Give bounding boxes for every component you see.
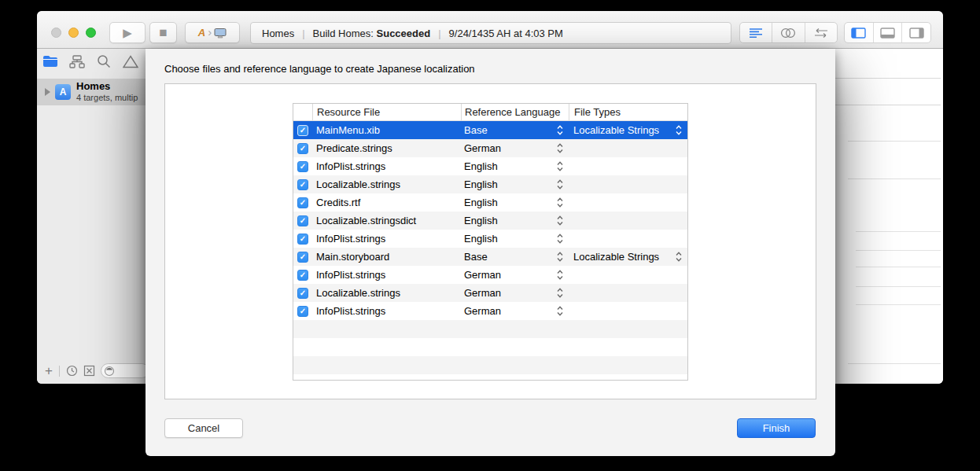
reference-language-popup[interactable]: German: [461, 287, 569, 299]
symbol-navigator-tab[interactable]: [64, 55, 90, 68]
filter-field[interactable]: [101, 363, 149, 378]
clock-icon: [66, 365, 78, 377]
row-checkbox[interactable]: ✓: [297, 234, 308, 245]
play-icon: ▶: [123, 27, 132, 39]
assistant-editor-button[interactable]: [772, 23, 804, 42]
add-button[interactable]: +: [45, 363, 53, 379]
file-types-popup[interactable]: [569, 143, 687, 153]
cancel-button[interactable]: Cancel: [164, 418, 243, 438]
reference-language-value: German: [464, 305, 557, 317]
table-row[interactable]: ✓ Localizable.stringsdict English: [293, 212, 687, 230]
filter-icon: [104, 366, 115, 377]
table-row[interactable]: ✓ Credits.rtf English: [293, 193, 687, 212]
stepper-icon: [557, 234, 563, 244]
reference-language-popup[interactable]: English: [461, 160, 569, 172]
source-control-filter-button[interactable]: [83, 365, 95, 377]
reference-language-value: Base: [464, 124, 557, 136]
standard-editor-button[interactable]: [740, 23, 772, 42]
table-row[interactable]: ✓ MainMenu.xib Base Localizable Strings: [293, 121, 687, 139]
recent-files-filter-button[interactable]: [66, 365, 78, 377]
search-navigator-tab[interactable]: [90, 54, 117, 68]
reference-language-value: English: [464, 178, 557, 190]
reference-language-popup[interactable]: English: [461, 197, 569, 208]
finish-button[interactable]: Finish: [737, 418, 816, 438]
file-types-popup[interactable]: [569, 288, 687, 298]
file-types-popup[interactable]: [569, 179, 687, 190]
table-filler-row: [293, 338, 687, 356]
file-types-column-header: File Types: [569, 104, 687, 120]
localization-table: Resource File Reference Language File Ty…: [293, 103, 688, 381]
zoom-window-button[interactable]: [86, 28, 96, 38]
table-header: Resource File Reference Language File Ty…: [293, 104, 687, 121]
run-button[interactable]: ▶: [109, 22, 146, 43]
stepper-icon: [676, 252, 682, 262]
row-checkbox[interactable]: ✓: [297, 125, 308, 136]
chevron-right-icon: ›: [208, 25, 212, 39]
activity-status-display[interactable]: Homes | Build Homes: Succeeded | 9/24/14…: [250, 22, 731, 44]
standard-editor-icon: [749, 28, 763, 39]
file-types-popup[interactable]: [569, 197, 687, 208]
row-checkbox[interactable]: ✓: [297, 270, 308, 281]
checkbox-column-header: [293, 104, 312, 120]
assistant-editor-icon: [780, 28, 796, 39]
close-window-button[interactable]: [51, 28, 61, 38]
reference-language-popup[interactable]: German: [461, 269, 569, 281]
stepper-icon: [557, 306, 563, 316]
row-checkbox[interactable]: ✓: [297, 197, 308, 208]
disclosure-triangle-icon[interactable]: [45, 88, 50, 96]
row-checkbox[interactable]: ✓: [297, 252, 308, 263]
toggle-navigator-button[interactable]: [845, 23, 873, 42]
reference-language-popup[interactable]: German: [461, 305, 569, 317]
warning-triangle-icon: [123, 55, 138, 68]
filter-bar-divider: [59, 366, 60, 377]
toolbar: ▶ ■ A › Homes | Build Homes: Succeeded |…: [37, 11, 943, 49]
table-row[interactable]: ✓ InfoPlist.strings English: [293, 157, 687, 175]
file-types-popup[interactable]: [569, 270, 687, 280]
stepper-icon: [557, 179, 563, 190]
stop-button[interactable]: ■: [149, 22, 177, 43]
project-name: Homes: [76, 81, 138, 93]
file-types-popup[interactable]: [569, 215, 687, 226]
debug-panel-icon: [880, 28, 895, 39]
toggle-debug-area-button[interactable]: [873, 23, 902, 42]
reference-language-popup[interactable]: English: [461, 178, 569, 190]
table-row[interactable]: ✓ InfoPlist.strings German: [293, 302, 687, 320]
row-checkbox[interactable]: ✓: [297, 179, 308, 190]
version-editor-button[interactable]: [805, 23, 837, 42]
file-types-popup[interactable]: Localizable Strings: [569, 124, 687, 136]
row-checkbox[interactable]: ✓: [297, 306, 308, 317]
toggle-utilities-button[interactable]: [901, 23, 930, 42]
table-row[interactable]: ✓ Localizable.strings English: [293, 175, 687, 193]
stepper-icon: [557, 288, 563, 298]
row-checkbox[interactable]: ✓: [297, 161, 308, 172]
reference-language-popup[interactable]: Base: [461, 251, 569, 263]
reference-language-popup[interactable]: German: [461, 142, 569, 154]
row-checkbox[interactable]: ✓: [297, 215, 308, 226]
stepper-icon: [557, 161, 563, 171]
table-row[interactable]: ✓ InfoPlist.strings German: [293, 266, 687, 284]
resource-file-name: InfoPlist.strings: [312, 305, 461, 317]
minimize-window-button[interactable]: [68, 28, 79, 38]
table-row[interactable]: ✓ Predicate.strings German: [293, 139, 687, 157]
table-row[interactable]: ✓ Localizable.strings German: [293, 284, 687, 302]
project-navigator-tab[interactable]: [37, 55, 64, 68]
table-row[interactable]: ✓ InfoPlist.strings English: [293, 230, 687, 248]
file-types-popup[interactable]: [569, 234, 687, 244]
issue-navigator-tab[interactable]: [117, 55, 144, 68]
table-filler-row: [293, 320, 687, 338]
file-types-popup[interactable]: [569, 161, 687, 171]
version-editor-icon: [813, 28, 829, 38]
stepper-icon: [557, 197, 563, 208]
row-checkbox[interactable]: ✓: [297, 288, 308, 299]
table-row[interactable]: ✓ Main.storyboard Base Localizable Strin…: [293, 248, 687, 266]
reference-language-popup[interactable]: Base: [461, 124, 569, 136]
file-types-popup[interactable]: [569, 306, 687, 316]
scheme-selector[interactable]: A ›: [185, 22, 240, 43]
resource-file-name: Credits.rtf: [312, 197, 461, 208]
reference-language-popup[interactable]: English: [461, 233, 569, 245]
row-checkbox[interactable]: ✓: [297, 143, 308, 154]
file-types-popup[interactable]: Localizable Strings: [569, 251, 687, 263]
reference-language-value: English: [464, 160, 557, 172]
reference-language-popup[interactable]: English: [461, 215, 569, 226]
reference-language-value: English: [464, 197, 557, 208]
